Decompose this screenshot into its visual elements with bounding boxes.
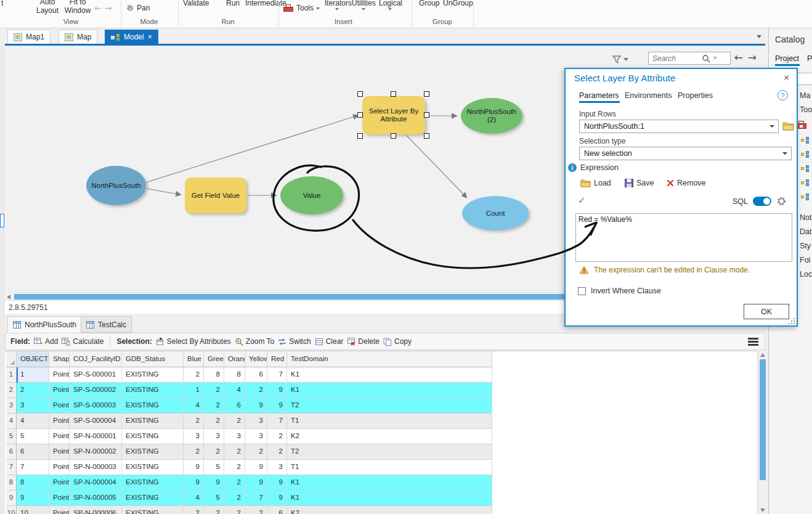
scroll-down-icon[interactable] <box>760 508 765 512</box>
table-cell[interactable]: 2 <box>204 383 224 398</box>
back-arrow-button[interactable]: ← <box>94 3 102 13</box>
table-cell[interactable]: 2 <box>267 429 287 444</box>
selection-handle[interactable] <box>424 91 429 97</box>
table-cell[interactable]: SP-S-000003 <box>70 398 122 414</box>
fit-to-window-button[interactable]: Fit to Window <box>62 0 93 15</box>
table-cell[interactable]: 9 <box>267 398 287 414</box>
model-node-input-northplussouth[interactable]: NorthPlusSouth <box>86 166 146 205</box>
table-cell[interactable]: 2 <box>204 414 224 429</box>
tools-button[interactable]: Tools <box>296 4 314 12</box>
table-cell[interactable]: 9 <box>204 475 224 491</box>
table-cell[interactable]: EXISTING <box>122 491 184 506</box>
catalog-item-maps[interactable]: Ma <box>800 91 810 100</box>
column-header[interactable]: Orange <box>224 351 245 367</box>
tab-parameters[interactable]: Parameters <box>579 91 619 100</box>
table-cell[interactable]: 2 <box>204 444 224 460</box>
selection-type-combobox[interactable]: New selection <box>579 147 792 160</box>
row-number[interactable]: 1 <box>6 367 17 383</box>
table-cell[interactable]: 5 <box>204 491 224 506</box>
table-cell[interactable]: Point <box>49 367 70 383</box>
table-cell[interactable]: Point <box>49 414 70 429</box>
filter-control[interactable] <box>612 53 633 65</box>
table-cell[interactable]: 10 <box>17 506 49 514</box>
ok-button[interactable]: OK <box>744 304 789 319</box>
row-number[interactable]: 8 <box>6 475 17 491</box>
sql-toggle[interactable] <box>753 197 771 206</box>
table-cell[interactable]: Point <box>49 475 70 491</box>
table-cell[interactable]: 2 <box>184 444 204 460</box>
invert-where-clause-checkbox[interactable] <box>578 287 586 295</box>
table-cell[interactable]: 2 <box>245 444 267 460</box>
table-cell[interactable]: SP-N-000003 <box>70 460 122 475</box>
table-cell[interactable]: 3 <box>245 414 267 429</box>
clear-selection-button[interactable]: Clear <box>315 337 344 346</box>
table-cell[interactable]: 9 <box>245 460 267 475</box>
scrollbar-thumb[interactable] <box>14 294 570 300</box>
table-cell[interactable]: 6 <box>17 444 49 460</box>
catalog-item-locators[interactable]: Loc <box>800 270 812 279</box>
table-cell[interactable]: K2 <box>287 506 492 514</box>
scroll-left-icon[interactable] <box>7 295 10 300</box>
table-cell[interactable]: 4 <box>184 398 204 414</box>
column-header[interactable]: Shape * <box>49 351 70 367</box>
tab-environments[interactable]: Environments <box>625 91 672 100</box>
model-item-icon[interactable] <box>801 137 809 144</box>
table-cell[interactable]: K1 <box>287 383 492 398</box>
table-cell[interactable]: 2 <box>224 491 245 506</box>
table-cell[interactable]: EXISTING <box>122 367 184 383</box>
table-cell[interactable]: SP-N-000005 <box>70 491 122 506</box>
logical-dropdown[interactable]: Logical <box>379 0 402 7</box>
table-cell[interactable]: SP-S-000001 <box>70 367 122 383</box>
table-cell[interactable]: T2 <box>287 444 492 460</box>
table-cell[interactable]: 8 <box>17 475 49 491</box>
row-number[interactable]: 5 <box>6 429 17 444</box>
row-number[interactable]: 2 <box>6 383 17 398</box>
table-vertical-scrollbar[interactable] <box>758 351 766 514</box>
table-cell[interactable]: 2 <box>224 475 245 491</box>
table-menu-icon[interactable] <box>748 338 758 346</box>
gear-icon[interactable] <box>776 196 787 206</box>
table-cell[interactable]: 5 <box>204 460 224 475</box>
select-by-attributes-button[interactable]: Select By Attributes <box>156 337 231 346</box>
table-cell[interactable]: 3 <box>204 429 224 444</box>
table-cell[interactable]: 4 <box>17 414 49 429</box>
table-cell[interactable]: SP-N-000004 <box>70 475 122 491</box>
table-cell[interactable]: K1 <box>287 367 492 383</box>
chevron-down-icon[interactable] <box>713 57 717 60</box>
browse-folder-icon[interactable] <box>782 121 794 131</box>
table-cell[interactable]: 5 <box>17 429 49 444</box>
close-icon[interactable]: × <box>784 72 789 83</box>
auto-layout-button[interactable]: Auto Layout <box>32 0 63 15</box>
catalog-item-notebooks[interactable]: Not <box>800 213 811 222</box>
table-cell[interactable]: 3 <box>224 429 245 444</box>
chevron-down-icon[interactable] <box>782 152 787 155</box>
table-cell[interactable]: 2 <box>184 367 204 383</box>
column-header[interactable]: Green <box>204 351 224 367</box>
tab-map1[interactable]: Map1 <box>7 30 51 44</box>
column-header[interactable]: Yellow <box>245 351 267 367</box>
search-input[interactable] <box>649 54 702 63</box>
table-cell[interactable]: T1 <box>287 460 492 475</box>
table-cell[interactable]: Point <box>49 444 70 460</box>
table-cell[interactable]: 9 <box>267 491 287 506</box>
table-cell[interactable]: 2 <box>267 444 287 460</box>
run-button[interactable]: Run <box>226 0 240 7</box>
catalog-tab-project[interactable]: Project <box>775 54 799 63</box>
forward-arrow-button[interactable]: → <box>105 3 112 13</box>
catalog-item-styles[interactable]: Sty <box>800 242 811 250</box>
table-cell[interactable]: 6 <box>245 367 267 383</box>
table-tab-northplussouth[interactable]: NorthPlusSouth × <box>7 316 90 333</box>
resize-grip[interactable] <box>789 318 795 324</box>
table-cell[interactable]: 4 <box>224 383 245 398</box>
selection-handle[interactable] <box>391 133 396 139</box>
copy-rows-button[interactable]: Copy <box>383 337 412 346</box>
remove-expression-button[interactable]: Remove <box>667 179 706 187</box>
table-cell[interactable]: EXISTING <box>122 414 184 429</box>
table-cell[interactable]: EXISTING <box>122 383 184 398</box>
table-cell[interactable]: 1 <box>17 367 49 383</box>
tab-properties[interactable]: Properties <box>678 91 713 100</box>
row-number[interactable]: 4 <box>6 414 17 429</box>
delete-selected-button[interactable]: Delete <box>347 337 380 346</box>
table-cell[interactable]: 2 <box>245 383 267 398</box>
model-node-count[interactable]: Count <box>462 196 529 230</box>
